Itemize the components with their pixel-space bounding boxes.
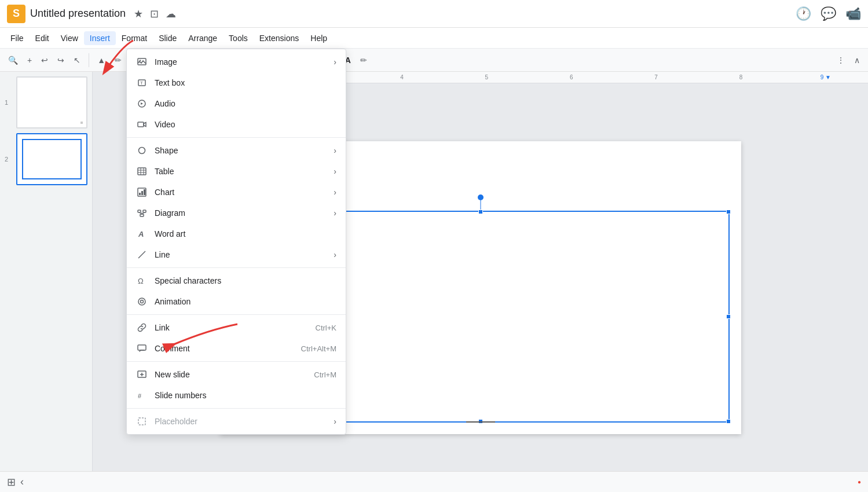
collapse-toolbar-button[interactable]: ∧ [851,53,863,67]
menu-item-table[interactable]: Table › [127,161,346,182]
divider-1 [127,137,346,138]
text-box-label: Text box [155,78,336,87]
menu-item-video[interactable]: Video [127,114,346,135]
divider-4 [127,361,346,362]
word-art-icon: A [136,228,148,240]
divider-3 [127,314,346,315]
diagram-icon [136,207,148,219]
collapse-panel-icon[interactable]: ‹ [20,476,24,488]
divider-2 [127,267,346,268]
handle-top-right[interactable] [726,210,731,214]
menu-item-special-chars[interactable]: Ω Special characters [127,270,346,291]
word-art-label: Word art [155,229,336,238]
menu-item-chart[interactable]: Chart › [127,182,346,203]
menu-view[interactable]: View [55,31,84,45]
toolbar-sep-1 [89,53,89,67]
slide-numbers-icon: # [136,390,148,401]
menu-format[interactable]: Format [116,31,153,45]
image-arrow: › [334,57,336,67]
line-icon [136,249,148,260]
fill-color-button[interactable]: ▲ [94,53,109,67]
menu-arrange[interactable]: Arrange [182,31,223,45]
svg-rect-13 [139,193,141,195]
redo-button[interactable]: ↪ [54,53,68,67]
more-options-button[interactable]: ⋮ [833,53,848,67]
svg-point-26 [141,300,144,303]
zoom-in-button[interactable]: + [24,53,35,67]
rotation-handle[interactable] [478,194,484,200]
insert-menu-dropdown: Image › T Text box Audio Vide [126,49,346,435]
handle-top-center[interactable] [478,210,483,214]
animation-label: Animation [155,297,336,306]
line-label: Line [155,250,329,259]
video-icon [136,119,148,130]
handle-middle-right[interactable] [726,314,731,319]
link-icon [136,322,148,333]
menu-item-text-box[interactable]: T Text box [127,72,346,93]
menu-item-shape[interactable]: Shape › [127,140,346,161]
menu-insert[interactable]: Insert [84,31,116,45]
diagram-arrow: › [334,208,336,218]
menu-bar: File Edit View Insert Format Slide Arran… [0,28,868,49]
undo-button[interactable]: ↩ [38,53,52,67]
menu-slide[interactable]: Slide [153,31,182,45]
diagram-label: Diagram [155,208,329,218]
svg-point-25 [138,298,145,305]
highlight-button[interactable]: ✏ [357,53,371,67]
menu-edit[interactable]: Edit [30,31,55,45]
grid-view-icon[interactable]: ⊞ [7,476,16,489]
link-label: Link [155,323,311,332]
pen-button[interactable]: ✏ [111,53,125,67]
menu-item-animation[interactable]: Animation [127,291,346,312]
menu-item-comment[interactable]: Comment Ctrl+Alt+M [127,338,346,359]
zoom-button[interactable]: 🔍 [5,53,21,67]
slide-2-thumb[interactable] [16,133,87,185]
menu-item-image[interactable]: Image › [127,52,346,72]
slide-2-number: 2 [5,156,8,163]
comment-shortcut: Ctrl+Alt+M [301,344,336,353]
svg-point-1 [140,60,141,61]
history-icon[interactable]: 🕐 [796,6,811,21]
menu-item-word-art[interactable]: A Word art [127,223,346,244]
ruler-mark-5: 5 [444,74,529,80]
svg-point-6 [139,148,145,154]
placeholder-label: Placeholder [155,417,329,426]
menu-item-placeholder: Placeholder › [127,411,346,432]
menu-item-slide-numbers[interactable]: # Slide numbers [127,385,346,406]
cursor-button[interactable]: ↖ [70,53,84,67]
menu-item-diagram[interactable]: Diagram › [127,203,346,223]
star-icon[interactable]: ★ [134,8,143,20]
slide-1-number: 1 [5,99,8,106]
folder-icon[interactable]: ⊡ [150,8,159,20]
menu-item-new-slide[interactable]: New slide Ctrl+M [127,364,346,385]
svg-rect-16 [138,210,141,212]
menu-file[interactable]: File [5,31,30,45]
menu-extensions[interactable]: Extensions [254,31,305,45]
title-bar: S Untitled presentation ★ ⊡ ☁ 🕐 💬 📹 [0,0,868,28]
new-slide-label: New slide [155,370,309,379]
doc-title[interactable]: Untitled presentation [30,8,126,20]
svg-rect-27 [138,345,146,350]
video-call-icon[interactable]: 📹 [845,6,861,21]
menu-help[interactable]: Help [305,31,333,45]
chart-arrow: › [334,188,336,197]
menu-item-line[interactable]: Line › [127,244,346,265]
svg-rect-14 [141,191,143,195]
cloud-icon[interactable]: ☁ [166,8,176,20]
menu-item-audio[interactable]: Audio [127,93,346,114]
svg-rect-7 [138,168,146,175]
table-icon [136,166,148,177]
record-indicator: ● [858,479,861,485]
comment-label: Comment [155,344,296,353]
new-slide-icon [136,369,148,380]
menu-item-link[interactable]: Link Ctrl+K [127,317,346,338]
svg-line-23 [138,251,145,258]
handle-bottom-right[interactable] [726,419,731,424]
audio-label: Audio [155,99,336,108]
slide-progress-line [466,421,495,423]
menu-tools[interactable]: Tools [223,31,254,45]
comment-icon[interactable]: 💬 [821,6,836,21]
text-box-icon: T [136,77,148,89]
link-shortcut: Ctrl+K [316,324,336,332]
slide-1-thumb[interactable] [16,76,87,128]
